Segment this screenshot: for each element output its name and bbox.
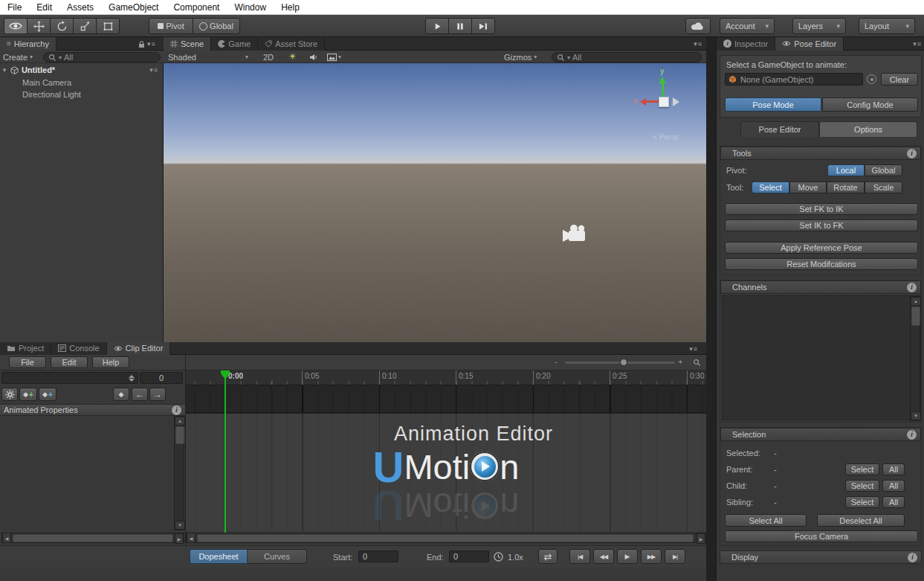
parent-select-button[interactable]: Select — [845, 463, 879, 475]
menu-gameobject[interactable]: GameObject — [101, 0, 166, 15]
channels-scrollbar[interactable]: ▲ ▼ — [910, 296, 920, 421]
tab-pose-editor-sub[interactable]: Pose Editor — [740, 121, 819, 137]
focus-camera-button[interactable]: Focus Camera — [725, 530, 918, 542]
scroll-left-button[interactable]: ◀ — [2, 533, 11, 543]
layout-dropdown[interactable]: Layout ▾ — [859, 18, 915, 34]
tab-scene[interactable]: Scene — [164, 37, 211, 51]
keyframe-strip[interactable] — [186, 385, 706, 414]
tool-select-button[interactable]: Select — [752, 182, 789, 193]
scene-root-row[interactable]: ▼ Untitled* ▾ ≡ — [0, 64, 164, 76]
scale-tool-button[interactable] — [73, 18, 97, 34]
last-frame-button[interactable]: ▶| — [665, 549, 685, 564]
disclosure-triangle-icon[interactable]: ▼ — [1, 67, 7, 74]
orientation-gizmo[interactable]: y x < Persp — [633, 63, 715, 145]
zoom-slider-thumb[interactable] — [620, 359, 627, 366]
scroll-up-button[interactable]: ▲ — [911, 297, 921, 306]
rect-tool-button[interactable] — [96, 18, 120, 34]
menu-component[interactable]: Component — [166, 0, 227, 15]
scene-context-menu-button[interactable]: ▾ ≡ — [149, 66, 158, 74]
scrollbar-thumb[interactable] — [911, 306, 920, 326]
tab-game[interactable]: Game — [211, 37, 258, 51]
dopesheet-area[interactable]: Animation Editor U Moti n U Moti n — [186, 414, 706, 531]
playback-speed-dropdown[interactable]: 1.0x — [508, 552, 523, 562]
axis-x-arrow-icon[interactable] — [640, 98, 646, 106]
playhead-line[interactable] — [224, 370, 226, 533]
animated-properties-list[interactable] — [0, 416, 185, 530]
panel-menu-button[interactable]: ▾ ≡ — [147, 40, 155, 48]
zoom-in-icon[interactable]: + — [678, 357, 682, 366]
menu-help[interactable]: Help — [274, 0, 307, 15]
pose-mode-button[interactable]: Pose Mode — [725, 97, 821, 112]
clip-menu-file[interactable]: File — [9, 356, 46, 368]
layers-dropdown[interactable]: Layers ▾ — [792, 18, 846, 34]
scrollbar-thumb[interactable] — [13, 534, 173, 542]
apply-reference-pose-button[interactable]: Apply Reference Pose — [725, 242, 918, 254]
add-property-button[interactable]: ◆ + — [19, 388, 37, 401]
menu-assets[interactable]: Assets — [59, 0, 101, 15]
gizmos-dropdown[interactable]: Gizmos ▾ — [504, 52, 537, 62]
create-dropdown[interactable]: Create ▾ — [3, 52, 33, 62]
timeline-search-button[interactable] — [690, 357, 703, 368]
axis-y-arrow-icon[interactable] — [659, 77, 666, 83]
lock-icon[interactable] — [138, 40, 145, 48]
parent-all-button[interactable]: All — [882, 463, 905, 475]
info-icon[interactable]: i — [907, 430, 917, 440]
info-icon[interactable]: i — [908, 553, 917, 562]
info-icon[interactable]: i — [907, 149, 917, 158]
panel-menu-button[interactable]: ▾ ≡ — [689, 345, 697, 353]
tools-section-header[interactable]: Tools i — [720, 147, 921, 160]
rotate-tool-button[interactable] — [50, 18, 74, 34]
scrollbar-thumb[interactable] — [197, 534, 694, 542]
scroll-up-button[interactable]: ▲ — [175, 417, 185, 426]
deselect-all-button[interactable]: Deselect All — [817, 514, 905, 527]
start-field[interactable]: 0 — [358, 550, 398, 562]
keyframe-button[interactable]: ◆ — [113, 388, 129, 401]
scroll-down-button[interactable]: ▼ — [175, 521, 185, 530]
object-picker-button[interactable] — [867, 74, 876, 84]
scroll-down-button[interactable]: ▼ — [911, 411, 921, 420]
first-frame-button[interactable]: |◀ — [569, 549, 590, 564]
tab-project[interactable]: Project — [0, 342, 51, 355]
tool-rotate-button[interactable]: Rotate — [827, 182, 865, 193]
account-dropdown[interactable]: Account ▾ — [720, 18, 775, 34]
select-all-button[interactable]: Select All — [725, 514, 807, 527]
tool-scale-button[interactable]: Scale — [865, 182, 902, 193]
prev-keyframe-button[interactable]: ← — [132, 388, 148, 401]
scene-viewport[interactable]: y x < Persp — [164, 63, 706, 342]
tab-clip-editor[interactable]: Clip Editor — [107, 342, 171, 355]
set-ik-to-fk-button[interactable]: Set IK to FK — [725, 219, 918, 231]
sibling-all-button[interactable]: All — [882, 496, 905, 508]
sibling-select-button[interactable]: Select — [845, 496, 879, 508]
set-fk-to-ik-button[interactable]: Set FK to IK — [725, 203, 918, 215]
global-toggle-button[interactable]: Global — [193, 18, 240, 34]
channels-section-header[interactable]: Channels i — [720, 280, 921, 294]
channels-list[interactable]: ▲ ▼ — [722, 295, 921, 420]
menu-file[interactable]: File — [0, 0, 29, 15]
shading-mode-dropdown[interactable]: Shaded ▾ — [168, 52, 248, 62]
playhead-triangle-icon[interactable] — [221, 373, 230, 379]
curves-tab[interactable]: Curves — [248, 549, 307, 564]
pause-button[interactable] — [448, 18, 472, 34]
next-keyframe-button[interactable]: → — [149, 388, 166, 401]
scroll-right-button[interactable]: ▶ — [697, 533, 705, 544]
tab-console[interactable]: Console — [51, 342, 106, 355]
settings-button[interactable] — [1, 388, 18, 401]
reset-modifications-button[interactable]: Reset Modifcations — [725, 258, 918, 270]
scroll-left-button[interactable]: ◀ — [187, 533, 196, 543]
play-animation-button[interactable]: ▶ — [617, 549, 638, 564]
axis-z-cone-icon[interactable] — [673, 97, 679, 106]
tool-move-button[interactable]: Move — [789, 182, 827, 193]
hierarchy-item-main-camera[interactable]: Main Camera — [22, 77, 156, 89]
child-select-button[interactable]: Select — [845, 480, 879, 492]
audio-toggle-button[interactable] — [309, 52, 318, 62]
menu-window[interactable]: Window — [227, 0, 274, 15]
hierarchy-search-input[interactable]: ▾ All — [43, 52, 161, 62]
config-mode-button[interactable]: Config Mode — [822, 97, 918, 112]
tab-options[interactable]: Options — [819, 121, 917, 137]
camera-gizmo-icon[interactable] — [561, 223, 589, 244]
tab-hierarchy[interactable]: ≡ Hierarchy — [0, 37, 56, 51]
panel-menu-button[interactable]: ▾ ≡ — [913, 40, 921, 48]
effects-dropdown[interactable]: ▾ — [327, 52, 341, 62]
prev-frame-button[interactable]: ◀◀ — [593, 549, 614, 564]
dopesheet-tab[interactable]: Dopesheet — [190, 549, 248, 564]
